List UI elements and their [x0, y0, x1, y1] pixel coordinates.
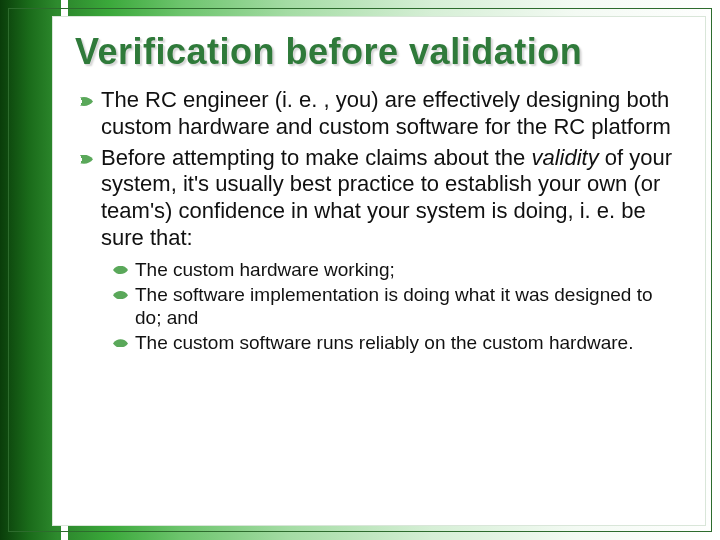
- main-bullet-list: The RC engineer (i. e. , you) are effect…: [75, 87, 683, 355]
- sub-bullet-text: The custom hardware working;: [135, 259, 395, 280]
- list-item: The custom hardware working;: [113, 258, 683, 281]
- sub-bullet-text: The software implementation is doing wha…: [135, 284, 653, 328]
- bullet-text-italic: validity: [531, 145, 598, 170]
- list-item: The RC engineer (i. e. , you) are effect…: [75, 87, 683, 141]
- sub-bullet-text: The custom software runs reliably on the…: [135, 332, 633, 353]
- sub-bullet-list: The custom hardware working; The softwar…: [113, 258, 683, 355]
- slide-panel: Verification before validation The RC en…: [52, 16, 706, 526]
- list-item: The custom software runs reliably on the…: [113, 331, 683, 354]
- bullet-text-pre: Before attempting to make claims about t…: [101, 145, 531, 170]
- list-item: The software implementation is doing wha…: [113, 283, 683, 329]
- list-item: Before attempting to make claims about t…: [75, 145, 683, 355]
- bullet-text: The RC engineer (i. e. , you) are effect…: [101, 87, 671, 139]
- slide-title: Verification before validation: [75, 31, 683, 73]
